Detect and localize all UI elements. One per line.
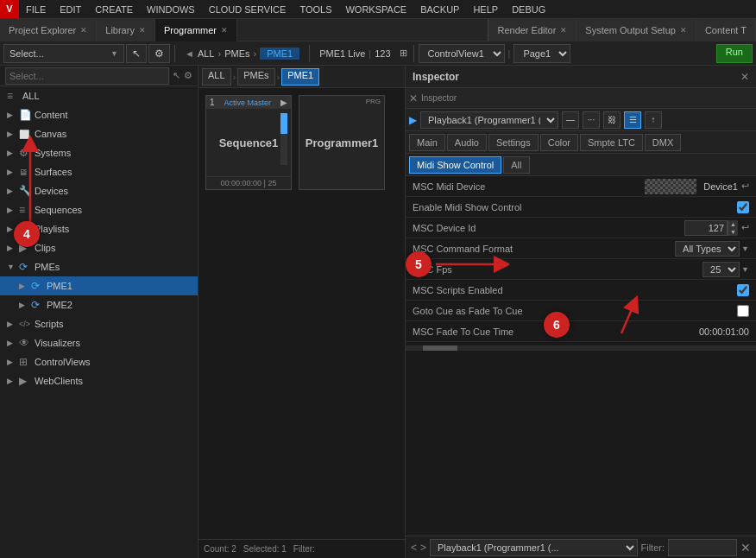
tab-color[interactable]: Color bbox=[540, 134, 578, 151]
footer-filter-clear[interactable]: ✕ bbox=[740, 541, 751, 555]
content-expander[interactable]: ▶ bbox=[7, 111, 16, 119]
scripts-expander[interactable]: ▶ bbox=[7, 320, 16, 328]
footer-playback-select[interactable]: Playback1 (Programmer1 (... bbox=[430, 539, 637, 556]
tab-render-editor-close[interactable]: ✕ bbox=[560, 26, 567, 35]
cursor-tool-button[interactable]: ↖ bbox=[126, 44, 147, 63]
menu-create[interactable]: CREATE bbox=[88, 3, 140, 16]
enable-midi-checkbox[interactable] bbox=[737, 201, 749, 213]
playback-play-icon[interactable]: ▶ bbox=[409, 114, 417, 126]
run-button[interactable]: Run bbox=[716, 44, 753, 63]
msc-fps-select[interactable]: 25 bbox=[702, 262, 740, 277]
grid-view-button[interactable]: ⊞ bbox=[398, 46, 409, 60]
menu-windows[interactable]: WINDOWS bbox=[140, 3, 202, 16]
tab-settings[interactable]: Settings bbox=[488, 134, 539, 151]
tree-item-scripts[interactable]: ▶ </> Scripts bbox=[0, 314, 198, 333]
menu-backup[interactable]: BACKUP bbox=[413, 3, 466, 16]
tree-item-pmes[interactable]: ▼ ⟳ PMEs bbox=[0, 257, 198, 276]
breadcrumb-all[interactable]: ALL bbox=[198, 48, 215, 59]
msc-scripts-enabled-checkbox[interactable] bbox=[737, 284, 749, 296]
inspector-close-button[interactable]: ✕ bbox=[740, 71, 749, 83]
tree-item-systems[interactable]: ▶ ⚙ Systems bbox=[0, 143, 198, 162]
tab-audio[interactable]: Audio bbox=[447, 134, 487, 151]
page-select[interactable]: Page1 bbox=[513, 44, 570, 63]
playlists-expander[interactable]: ▶ bbox=[7, 225, 16, 233]
pme2-expander[interactable]: ▶ bbox=[19, 301, 28, 309]
tree-item-pme2[interactable]: ▶ ⟳ PME2 bbox=[0, 295, 198, 314]
devices-expander[interactable]: ▶ bbox=[7, 187, 16, 195]
insp-chain-button[interactable]: ⛓ bbox=[603, 111, 621, 129]
mid-nav-all[interactable]: ALL bbox=[202, 68, 231, 86]
playback-select[interactable]: Playback1 (Programmer1 (PMI bbox=[420, 111, 558, 129]
tab-render-editor[interactable]: Render Editor ✕ bbox=[488, 19, 576, 41]
menu-workspace[interactable]: WORKSPACE bbox=[338, 3, 413, 16]
tree-item-playlists[interactable]: ▶ ≡ Playlists bbox=[0, 219, 198, 238]
tree-item-canvas[interactable]: ▶ ⬜ Canvas bbox=[0, 124, 198, 143]
msc-device-id-increment[interactable]: ▲ bbox=[728, 220, 738, 228]
canvas-expander[interactable]: ▶ bbox=[7, 130, 16, 138]
msc-device-id-input[interactable] bbox=[684, 220, 728, 236]
tree-item-pme1[interactable]: ▶ ⟳ PME1 bbox=[0, 276, 198, 295]
tab-smpte[interactable]: Smpte LTC bbox=[580, 134, 643, 151]
tab-library-close[interactable]: ✕ bbox=[139, 26, 146, 35]
tab-system-output[interactable]: System Output Setup ✕ bbox=[576, 19, 696, 41]
tab-content[interactable]: Content T bbox=[696, 19, 756, 41]
msc-device-id-reset[interactable]: ↩ bbox=[741, 222, 749, 233]
tree-item-clips[interactable]: ▶ ▶ Clips bbox=[0, 238, 198, 257]
sequences-expander[interactable]: ▶ bbox=[7, 206, 16, 214]
pe-settings-icon[interactable]: ⚙ bbox=[184, 70, 192, 81]
pme1-expander[interactable]: ▶ bbox=[19, 282, 28, 290]
menu-file[interactable]: FILE bbox=[19, 3, 53, 16]
tree-item-all[interactable]: ≡ ALL bbox=[0, 86, 198, 105]
tree-item-webclients[interactable]: ▶ ▶ WebClients bbox=[0, 371, 198, 390]
msc-device-id-decrement[interactable]: ▼ bbox=[728, 228, 738, 236]
tab-midi-show-control[interactable]: Midi Show Control bbox=[409, 156, 501, 174]
breadcrumb-pme1[interactable]: PME1 bbox=[260, 48, 299, 60]
menu-debug[interactable]: DEBUG bbox=[505, 3, 552, 16]
mid-nav-pme1[interactable]: PME1 bbox=[281, 68, 319, 86]
pmes-expander[interactable]: ▼ bbox=[7, 263, 16, 271]
tree-item-surfaces[interactable]: ▶ 🖥 Surfaces bbox=[0, 162, 198, 181]
tree-item-visualizers[interactable]: ▶ 👁 Visualizers bbox=[0, 333, 198, 352]
goto-cue-checkbox[interactable] bbox=[737, 305, 749, 317]
insp-ellipsis-button[interactable]: ··· bbox=[583, 111, 600, 129]
settings-button[interactable]: ⚙ bbox=[148, 44, 170, 63]
footer-filter-input[interactable] bbox=[668, 539, 737, 556]
insp-up-button[interactable]: ↑ bbox=[645, 111, 662, 129]
select-dropdown[interactable]: Select... ▼ bbox=[3, 44, 124, 63]
inspector-inner-close-button[interactable]: ✕ bbox=[409, 92, 418, 105]
footer-nav-next[interactable]: > bbox=[420, 542, 426, 554]
mid-nav-pmes[interactable]: PMEs bbox=[237, 68, 274, 86]
insp-list-button[interactable]: ☰ bbox=[624, 111, 641, 129]
footer-nav-prev[interactable]: < bbox=[411, 542, 417, 554]
tab-main[interactable]: Main bbox=[409, 134, 445, 151]
webclients-expander[interactable]: ▶ bbox=[7, 377, 16, 385]
tab-library[interactable]: Library ✕ bbox=[97, 19, 155, 41]
surfaces-expander[interactable]: ▶ bbox=[7, 168, 16, 176]
pe-search-input[interactable] bbox=[5, 67, 169, 85]
systems-expander[interactable]: ▶ bbox=[7, 149, 16, 157]
tree-item-controlviews[interactable]: ▶ ⊞ ControlViews bbox=[0, 352, 198, 371]
tree-item-devices[interactable]: ▶ 🔧 Devices bbox=[0, 181, 198, 200]
msc-midi-device-reset[interactable]: ↩ bbox=[741, 181, 749, 192]
tab-all[interactable]: All bbox=[503, 156, 529, 174]
controlview-select[interactable]: ControlView1 bbox=[419, 44, 505, 63]
menu-tools[interactable]: TOOLS bbox=[293, 3, 338, 16]
menu-cloud-service[interactable]: CLOUD SERVICE bbox=[202, 3, 293, 16]
tab-dmx[interactable]: DMX bbox=[645, 134, 681, 151]
controlviews-expander[interactable]: ▶ bbox=[7, 358, 16, 366]
insp-minus-button[interactable]: — bbox=[562, 111, 579, 129]
menu-help[interactable]: HELP bbox=[466, 3, 505, 16]
breadcrumb-arrow-left[interactable]: ◄ bbox=[185, 48, 194, 59]
tab-programmer[interactable]: Programmer ✕ bbox=[155, 19, 237, 41]
menu-edit[interactable]: EDIT bbox=[53, 3, 88, 16]
breadcrumb-pmes[interactable]: PMEs bbox=[224, 48, 249, 59]
visualizers-expander[interactable]: ▶ bbox=[7, 339, 16, 347]
tree-item-content[interactable]: ▶ 📄 Content bbox=[0, 105, 198, 124]
tab-project-explorer[interactable]: Project Explorer ✕ bbox=[0, 19, 97, 41]
tab-system-output-close[interactable]: ✕ bbox=[680, 26, 687, 35]
clips-expander[interactable]: ▶ bbox=[7, 244, 16, 252]
seq-play-button[interactable]: ▶ bbox=[280, 98, 287, 107]
tab-project-explorer-close[interactable]: ✕ bbox=[80, 26, 87, 35]
msc-command-format-select[interactable]: All Types bbox=[675, 241, 740, 257]
tab-programmer-close[interactable]: ✕ bbox=[221, 26, 228, 35]
